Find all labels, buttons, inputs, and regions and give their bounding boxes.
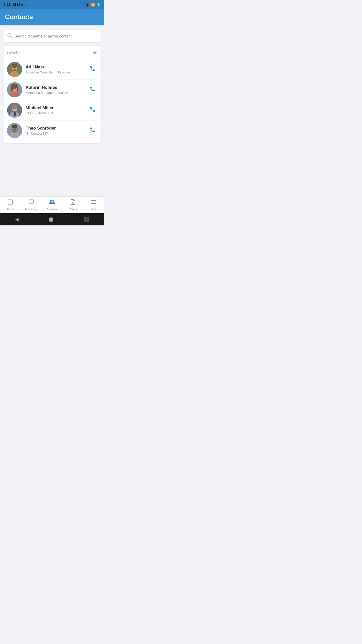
news-icon: [7, 199, 13, 207]
svg-point-40: [16, 129, 16, 129]
contact-sub-adil: Atlassian Consultant | Finance: [26, 70, 84, 74]
avatar-kathrin: [7, 82, 22, 97]
favorites-card: Favorites ★: [4, 46, 101, 143]
gallery-icon: 🖼: [13, 3, 16, 7]
favorites-star-icon[interactable]: ★: [93, 50, 97, 56]
search-icon: [7, 33, 12, 39]
gmail-icon: M: [17, 3, 20, 7]
nav-item-pages[interactable]: Pages: [62, 199, 83, 211]
system-nav-bar: ◀ ⬤ ⬛: [0, 213, 104, 225]
contact-sub-kathrin: Marketing Manager | Finance: [26, 91, 84, 95]
svg-rect-21: [10, 93, 20, 97]
contact-phone-theo[interactable]: [88, 125, 97, 136]
contact-name-theo: Theo Schröder: [26, 126, 84, 131]
nav-item-microblog[interactable]: Microblog: [21, 199, 42, 211]
favorites-label: Favorites: [7, 51, 22, 55]
vibrate-icon: 📳: [85, 3, 89, 7]
contacts-icon: [49, 199, 55, 207]
battery-icon: 🔋: [97, 3, 101, 7]
page-header: Contacts: [0, 9, 104, 25]
status-icons: 🖼 M ◎ △: [13, 3, 28, 7]
nav-label-pages: Pages: [69, 208, 77, 211]
nav-label-news: News: [7, 208, 14, 211]
svg-rect-27: [14, 112, 15, 116]
bottom-nav: News Microblog Contacts Pages: [0, 196, 104, 213]
nav-item-more[interactable]: More: [83, 199, 104, 211]
nav-item-news[interactable]: News: [0, 199, 21, 211]
contact-name-adil: Adil Nasri: [26, 65, 84, 70]
contact-info-adil: Adil Nasri Atlassian Consultant | Financ…: [26, 65, 84, 74]
circle-icon: ◎: [21, 3, 24, 7]
nav-label-more: More: [90, 208, 97, 211]
contact-item-adil[interactable]: Adil Nasri Atlassian Consultant | Financ…: [7, 59, 97, 80]
contact-name-michael: Michael Miller: [26, 105, 84, 110]
contact-name-kathrin: Kathrin Holmes: [26, 85, 84, 90]
main-content: Favorites ★: [0, 25, 104, 196]
avatar-theo: [7, 123, 22, 138]
page-title: Contacts: [5, 13, 33, 21]
contact-item-michael[interactable]: Michael Miller CEO | External EN: [7, 100, 97, 120]
contact-info-theo: Theo Schröder IT Manager | IT: [26, 126, 84, 135]
svg-point-25: [12, 104, 17, 108]
svg-point-39: [13, 129, 13, 129]
contact-phone-kathrin[interactable]: [88, 85, 97, 95]
svg-point-29: [16, 108, 16, 109]
recents-button[interactable]: ⬛: [83, 217, 89, 222]
svg-point-20: [15, 88, 16, 89]
svg-rect-18: [17, 86, 18, 92]
svg-point-8: [12, 64, 17, 67]
microblog-icon: [28, 199, 34, 207]
triangle-icon: △: [25, 3, 28, 7]
favorites-header: Favorites ★: [7, 50, 97, 56]
svg-rect-17: [11, 86, 13, 92]
status-time: 5:21: [4, 3, 11, 7]
contact-phone-adil[interactable]: [88, 64, 97, 75]
status-bar: 5:21 🖼 M ◎ △ 📳 📶 🔋: [0, 0, 104, 9]
pages-icon: [70, 199, 76, 207]
wifi-icon: 📶: [91, 3, 95, 7]
search-input[interactable]: [15, 34, 97, 38]
contact-phone-michael[interactable]: [88, 105, 97, 115]
svg-point-10: [13, 67, 14, 68]
nav-item-contacts[interactable]: Contacts: [42, 199, 63, 211]
contact-sub-theo: IT Manager | IT: [26, 132, 84, 135]
home-button[interactable]: ⬤: [49, 217, 54, 222]
svg-line-1: [11, 36, 12, 37]
more-icon: [91, 199, 97, 207]
contact-info-michael: Michael Miller CEO | External EN: [26, 105, 84, 115]
avatar-adil: [7, 62, 22, 77]
nav-label-microblog: Microblog: [25, 208, 37, 211]
nav-label-contacts: Contacts: [47, 208, 57, 211]
contact-sub-michael: CEO | External EN: [26, 111, 84, 115]
status-right-icons: 📳 📶 🔋: [85, 3, 101, 7]
contact-item-theo[interactable]: Theo Schröder IT Manager | IT: [7, 120, 97, 139]
contact-info-kathrin: Kathrin Holmes Marketing Manager | Finan…: [26, 85, 84, 95]
avatar-michael: [7, 103, 22, 118]
back-button[interactable]: ◀: [15, 217, 19, 222]
contact-item-kathrin[interactable]: Kathrin Holmes Marketing Manager | Finan…: [7, 80, 97, 100]
svg-point-28: [13, 108, 14, 109]
search-bar[interactable]: [4, 30, 101, 42]
svg-point-35: [12, 130, 17, 133]
svg-point-19: [13, 88, 14, 89]
svg-point-11: [16, 67, 16, 68]
